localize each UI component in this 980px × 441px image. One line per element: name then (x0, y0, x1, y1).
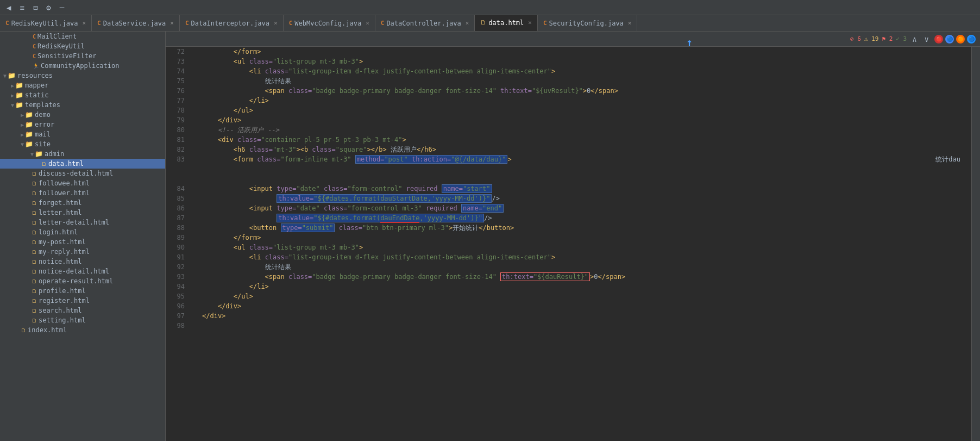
code-line-74: 74 <li class="list-group-item d-flex jus… (166, 66, 971, 76)
sidebar-item-register[interactable]: 🗋 register.html (0, 296, 165, 306)
line-number: 78 (166, 105, 190, 115)
main-area: C MailClient C RedisKeyUtil C SensitiveF… (0, 32, 980, 441)
sidebar-item-rediskeyutil[interactable]: C RedisKeyUtil (0, 41, 165, 51)
settings-icon[interactable]: ⚙ (44, 2, 53, 13)
sidebar-item-index[interactable]: 🗋 index.html (0, 325, 165, 335)
browser-firefox-icon[interactable]: 🟠 (956, 35, 965, 44)
nav-icon[interactable]: ≡ (17, 2, 26, 13)
code-line-76: 76 <span class="badge badge-primary badg… (166, 86, 971, 96)
sidebar-item-forget[interactable]: 🗋 forget.html (0, 198, 165, 208)
line-content: <!-- 活跃用户 --> (200, 125, 971, 135)
sidebar-item-demo[interactable]: ▶ 📁 demo (0, 110, 165, 120)
sidebar-item-discuss-detail[interactable]: 🗋 discuss-detail.html (0, 169, 165, 178)
code-line-95: 95 </ul> (166, 291, 971, 301)
browser-edge-icon[interactable]: 🔵 (967, 35, 976, 44)
back-icon[interactable]: ◀ (4, 2, 13, 13)
line-number: 74 (166, 66, 190, 76)
line-number: 86 (166, 203, 190, 213)
sidebar-item-datahtml[interactable]: 🗋 data.html (0, 159, 165, 169)
html-file-icon: 🗋 (21, 327, 26, 333)
expand-btn[interactable]: ∧ (910, 34, 919, 45)
java-file-icon: C (97, 20, 101, 27)
sidebar-item-static[interactable]: ▶ 📁 static (0, 90, 165, 100)
sidebar-item-label: setting.html (39, 316, 86, 324)
sidebar-item-label: forget.html (39, 199, 81, 207)
line-number: 91 (166, 252, 190, 262)
tab-datahtml[interactable]: 🗋 data.html × (475, 15, 538, 32)
tab-security[interactable]: C SecurityConfig.java × (538, 15, 638, 32)
tab-close[interactable]: × (82, 20, 86, 27)
sidebar-item-mapper[interactable]: ▶ 📁 mapper (0, 80, 165, 90)
sidebar-item-error[interactable]: ▶ 📁 error (0, 120, 165, 129)
line-number: 92 (166, 262, 190, 272)
tab-label: DataService.java (103, 20, 166, 27)
sidebar-item-setting[interactable]: 🗋 setting.html (0, 315, 165, 325)
collapse-btn[interactable]: ∨ (922, 34, 931, 45)
sidebar-item-myreply[interactable]: 🗋 my-reply.html (0, 247, 165, 257)
line-content: </form> (200, 233, 971, 243)
sidebar-item-label: static (25, 91, 48, 99)
sidebar-item-label: resources (17, 72, 53, 79)
code-editor[interactable]: 72 </form> 73 <ul class="list-group mt-3… (166, 47, 971, 441)
html-file-icon: 🗋 (32, 269, 37, 275)
sidebar-item-communityapp[interactable]: 🏃 CommunityApplication (0, 61, 165, 71)
browser-chrome-icon[interactable]: 🔵 (945, 35, 954, 44)
sidebar-item-mypost[interactable]: 🗋 my-post.html (0, 237, 165, 247)
sidebar-item-notice-detail[interactable]: 🗋 notice-detail.html (0, 266, 165, 276)
browser-ie-icon[interactable]: 🔴 (934, 35, 943, 44)
sidebar-item-label: notice.html (39, 258, 81, 265)
line-number: 81 (166, 135, 190, 145)
warning-count: ⚠ 19 (864, 35, 879, 42)
tab-close[interactable]: × (466, 20, 469, 27)
sidebar-item-templates[interactable]: ▼ 📁 templates (0, 100, 165, 110)
sidebar-item-follower[interactable]: 🗋 follower.html (0, 188, 165, 198)
html-file-icon: 🗋 (32, 259, 37, 265)
line-number: 84 (166, 184, 190, 194)
split-icon[interactable]: ⊟ (31, 2, 40, 13)
sidebar-item-label: site (35, 140, 51, 148)
tab-close[interactable]: × (528, 19, 532, 26)
java-file-icon: C (185, 20, 189, 27)
sidebar-item-label: letter.html (39, 209, 81, 216)
expand-arrow: ▶ (11, 83, 14, 89)
tab-close[interactable]: × (170, 20, 174, 27)
sidebar-item-label: followee.html (39, 179, 90, 187)
sidebar-item-mailclient[interactable]: C MailClient (0, 32, 165, 41)
tab-interceptor[interactable]: C DataInterceptor.java × (180, 15, 284, 32)
sidebar-item-label: index.html (28, 326, 67, 334)
sidebar-item-followee[interactable]: 🗋 followee.html (0, 178, 165, 188)
sidebar-item-label: my-reply.html (39, 248, 90, 256)
code-line-72: 72 </form> (166, 47, 971, 57)
tab-close[interactable]: × (366, 20, 369, 27)
line-content: th:value="${#dates.format(dauStartDate,'… (200, 194, 971, 203)
sidebar-item-notice[interactable]: 🗋 notice.html (0, 257, 165, 266)
sidebar-item-letter[interactable]: 🗋 letter.html (0, 208, 165, 218)
tab-close[interactable]: × (274, 20, 278, 27)
tab-controller[interactable]: C DataController.java × (375, 15, 475, 32)
error-count: ⊘ 6 (850, 35, 861, 42)
sidebar-item-label: MailClient (37, 33, 77, 40)
line-content: <ul class="list-group mt-3 mb-3"> (200, 243, 971, 252)
sidebar-item-admin[interactable]: ▼ 📁 admin (0, 149, 165, 159)
sidebar-item-site[interactable]: ▼ 📁 site (0, 139, 165, 149)
tab-dataservice[interactable]: C DataService.java × (92, 15, 180, 32)
tab-webmvc[interactable]: C WebMvcConfig.java × (284, 15, 375, 32)
sidebar-item-sensitivefilter[interactable]: C SensitiveFilter (0, 51, 165, 61)
sidebar-item-search[interactable]: 🗋 search.html (0, 306, 165, 315)
line-content: </div> (200, 301, 971, 311)
line-number: 95 (166, 291, 190, 301)
minimize-icon[interactable]: ─ (58, 2, 66, 13)
line-number: 82 (166, 145, 190, 154)
sidebar-item-letter-detail[interactable]: 🗋 letter-detail.html (0, 218, 165, 227)
sidebar-item-login[interactable]: 🗋 login.html (0, 227, 165, 237)
sidebar-item-operate-result[interactable]: 🗋 operate-result.html (0, 276, 165, 286)
html-file-icon: 🗋 (32, 298, 37, 304)
line-content: <span class="badge badge-primary badge-d… (200, 86, 971, 96)
sidebar-item-resources[interactable]: ▼ 📁 resources (0, 71, 165, 80)
sidebar-item-mail[interactable]: ▶ 📁 mail (0, 129, 165, 139)
html-file-icon: 🗋 (32, 249, 37, 255)
sidebar-item-profile[interactable]: 🗋 profile.html (0, 286, 165, 296)
tab-redis[interactable]: C RedisKeyUtil.java × (0, 15, 92, 32)
java-file-icon: C (289, 20, 293, 27)
tab-close[interactable]: × (628, 20, 632, 27)
